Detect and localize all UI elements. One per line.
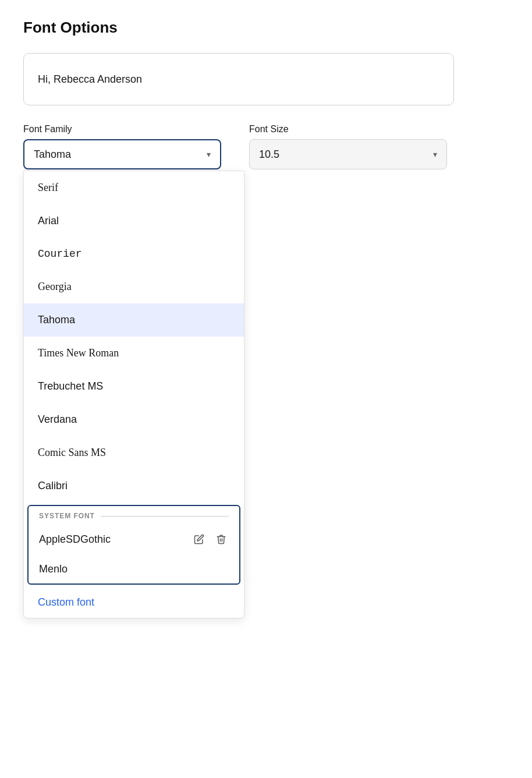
font-option-serif[interactable]: Serif	[24, 171, 244, 204]
font-option-trebuchet-ms[interactable]: Trebuchet MS	[24, 370, 244, 403]
chevron-down-icon-size: ▾	[433, 150, 437, 159]
font-option-arial[interactable]: Arial	[24, 204, 244, 238]
delete-apple-sd-gothic-button[interactable]	[214, 532, 229, 547]
font-size-group: Font Size 10.5 ▾	[249, 124, 447, 169]
font-family-selected-value: Tahoma	[34, 148, 71, 161]
system-font-section: SYSTEM FONT AppleSDGothic	[27, 505, 240, 585]
font-family-group: Font Family Tahoma ▾ Serif Arial Courier…	[23, 124, 221, 169]
menlo-label: Menlo	[39, 563, 229, 575]
font-family-select[interactable]: Tahoma ▾	[23, 139, 221, 169]
font-size-label: Font Size	[249, 124, 447, 135]
apple-sd-gothic-label: AppleSDGothic	[39, 533, 185, 546]
font-option-times-new-roman[interactable]: Times New Roman	[24, 337, 244, 370]
font-option-calibri[interactable]: Calibri	[24, 469, 244, 503]
font-size-select-wrapper: 10.5 ▾	[249, 139, 447, 169]
font-option-tahoma[interactable]: Tahoma	[24, 303, 244, 337]
font-option-menlo[interactable]: Menlo	[29, 555, 239, 584]
font-option-comic-sans[interactable]: Comic Sans MS	[24, 436, 244, 469]
custom-font-option[interactable]: Custom font	[24, 587, 244, 618]
chevron-down-icon: ▾	[207, 150, 211, 159]
font-family-label: Font Family	[23, 124, 221, 135]
font-family-dropdown: Serif Arial Courier Georgia Tahoma Times…	[23, 171, 244, 618]
preview-text: Hi, Rebecca Anderson	[38, 73, 142, 86]
edit-icon	[194, 534, 204, 544]
custom-font-label: Custom font	[38, 596, 94, 608]
font-size-select[interactable]: 10.5 ▾	[249, 139, 447, 169]
font-option-georgia[interactable]: Georgia	[24, 270, 244, 303]
font-option-verdana[interactable]: Verdana	[24, 403, 244, 436]
font-family-select-wrapper: Tahoma ▾ Serif Arial Courier Georgia Tah…	[23, 139, 221, 169]
font-option-apple-sd-gothic[interactable]: AppleSDGothic	[29, 524, 239, 555]
font-size-selected-value: 10.5	[259, 148, 279, 161]
font-option-courier[interactable]: Courier	[24, 238, 244, 270]
edit-apple-sd-gothic-button[interactable]	[191, 532, 207, 547]
preview-box: Hi, Rebecca Anderson	[23, 53, 454, 105]
trash-icon	[216, 534, 226, 544]
page-title: Font Options	[23, 19, 509, 37]
controls-row: Font Family Tahoma ▾ Serif Arial Courier…	[23, 124, 509, 169]
system-font-header: SYSTEM FONT	[29, 506, 239, 524]
